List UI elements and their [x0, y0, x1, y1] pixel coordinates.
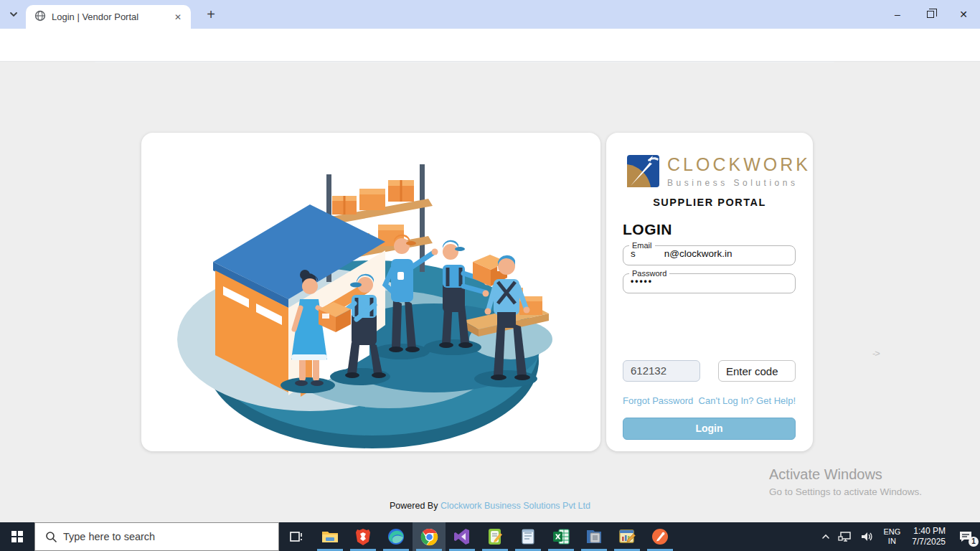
taskbar-app-postman[interactable]: [644, 522, 677, 551]
links-row: Forgot Password Can't Log In? Get Help!: [623, 395, 796, 406]
taskbar-app-brave[interactable]: [347, 522, 380, 551]
taskbar-app-visual-studio[interactable]: [446, 522, 479, 551]
window-controls: – ✕: [881, 0, 980, 29]
file-explorer-icon: [321, 527, 339, 546]
page-content: CLOCKWORK Business Solutions SUPPLIER PO…: [0, 62, 980, 522]
stray-arrow: ->: [872, 348, 880, 359]
notification-badge: 1: [969, 537, 979, 547]
taskbar-app-notepad[interactable]: [512, 522, 545, 551]
brand-logo: CLOCKWORK Business Solutions: [626, 154, 811, 188]
task-view-icon: [289, 529, 303, 544]
chrome-icon: [420, 527, 439, 547]
close-button[interactable]: ✕: [947, 0, 980, 29]
notepad-plus-plus-icon: [486, 527, 504, 546]
taskbar-app-chrome[interactable]: [413, 522, 446, 551]
clock[interactable]: 1:40 PM 7/7/2025: [906, 526, 951, 547]
tray-chevron-up-icon[interactable]: [817, 522, 834, 551]
activate-windows-watermark: Activate Windows Go to Settings to activ…: [769, 466, 922, 497]
new-tab-button[interactable]: +: [202, 6, 220, 24]
volume-icon[interactable]: [856, 522, 877, 551]
taskbar-search-input[interactable]: [63, 531, 242, 542]
illustration-card: [141, 133, 600, 451]
globe-favicon-icon: [34, 10, 46, 24]
company-link[interactable]: Clockwork Business Solutions Pvt Ltd: [440, 501, 590, 511]
browser-toolbar: ← → ↻ i localhost:6868/Home/Index/061f45…: [0, 29, 980, 62]
forgot-password-link[interactable]: Forgot Password: [623, 395, 693, 406]
taskbar: ENG IN 1:40 PM 7/7/2025 1: [0, 522, 980, 551]
brave-icon: [354, 527, 372, 546]
restore-button[interactable]: [914, 0, 947, 29]
footer: Powered By Clockwork Business Solutions …: [0, 501, 980, 511]
taskbar-app-file-explorer[interactable]: [314, 522, 347, 551]
captcha-code-box: 612132: [623, 360, 700, 382]
login-card: CLOCKWORK Business Solutions SUPPLIER PO…: [606, 133, 813, 451]
taskbar-search[interactable]: [34, 522, 279, 551]
tab-search-chevron-icon[interactable]: [7, 8, 20, 21]
tray-date: 7/7/2025: [912, 537, 946, 547]
search-icon: [45, 531, 57, 543]
password-value[interactable]: •••••: [631, 276, 795, 286]
windows-logo-icon: [11, 531, 23, 542]
taskbar-app-report-builder[interactable]: [611, 522, 644, 551]
sql-config-icon: [585, 527, 603, 546]
email-value[interactable]: sn@clockwork.in: [631, 248, 795, 259]
clockwork-logo-icon: [626, 154, 660, 188]
login-button[interactable]: Login: [623, 418, 796, 440]
portal-title: SUPPLIER PORTAL: [606, 197, 813, 208]
edge-icon: [387, 527, 405, 546]
warehouse-illustration: [141, 133, 600, 451]
taskbar-app-sql-config[interactable]: [578, 522, 611, 551]
brand-name: CLOCKWORK: [667, 154, 811, 175]
taskbar-app-excel[interactable]: [545, 522, 578, 551]
minimize-button[interactable]: –: [881, 0, 914, 29]
task-view-button[interactable]: [279, 522, 314, 551]
action-center-button[interactable]: 1: [951, 522, 980, 551]
brand-tagline: Business Solutions: [667, 178, 811, 188]
powered-by-text: Powered By: [390, 501, 440, 511]
system-tray: ENG IN 1:40 PM 7/7/2025 1: [817, 522, 980, 551]
tab-title: Login | Vendor Portal: [52, 11, 172, 22]
notepad-icon: [519, 527, 537, 546]
visual-studio-icon: [453, 527, 471, 546]
postman-icon: [651, 527, 669, 546]
tab-close-icon[interactable]: ✕: [172, 12, 184, 22]
email-field[interactable]: Email sn@clockwork.in: [623, 241, 796, 265]
language-indicator[interactable]: ENG IN: [877, 527, 906, 546]
login-heading: LOGIN: [623, 221, 672, 238]
excel-icon: [552, 527, 570, 546]
start-button[interactable]: [0, 522, 34, 551]
taskbar-app-edge[interactable]: [380, 522, 413, 551]
browser-tab[interactable]: Login | Vendor Portal ✕: [26, 5, 191, 29]
password-field[interactable]: Password •••••: [623, 269, 796, 293]
captcha-input[interactable]: [718, 360, 796, 382]
browser-tabstrip: Login | Vendor Portal ✕ + – ✕: [0, 0, 980, 29]
get-help-link[interactable]: Can't Log In? Get Help!: [699, 395, 796, 406]
network-icon[interactable]: [834, 522, 856, 551]
report-builder-icon: [618, 527, 636, 546]
taskbar-app-notepad-plus-plus[interactable]: [479, 522, 512, 551]
tray-time: 1:40 PM: [912, 526, 946, 537]
restore-icon: [927, 11, 934, 18]
